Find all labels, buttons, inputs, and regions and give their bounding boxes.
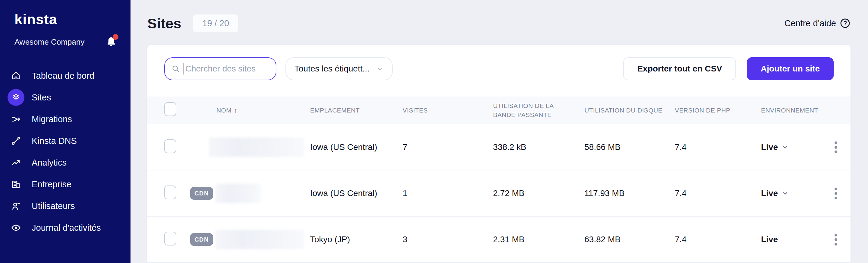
- cdn-badge: CDN: [190, 187, 213, 200]
- row-checkbox[interactable]: [164, 185, 176, 199]
- column-header-nom[interactable]: NOM↑: [184, 106, 304, 115]
- kebab-menu-icon[interactable]: [832, 139, 840, 156]
- sidebar-item-sites[interactable]: Sites: [0, 87, 130, 108]
- sidebar-item-kinsta-dns[interactable]: Kinsta DNS: [0, 130, 130, 152]
- kinsta-logo: Kinsta: [14, 11, 116, 27]
- sidebar-item-label: Analytics: [32, 158, 67, 168]
- page-title: Sites: [147, 15, 181, 32]
- chevron-down-icon: [376, 65, 384, 73]
- row-checkbox[interactable]: [164, 232, 176, 245]
- tags-filter-dropdown[interactable]: Toutes les étiquett...: [285, 57, 393, 80]
- location-cell: Iowa (US Central): [304, 142, 397, 152]
- company-name: Awesome Company: [14, 37, 84, 47]
- sidebar-item-label: Sites: [32, 93, 51, 103]
- sidebar-item-label: Tableau de bord: [32, 71, 94, 81]
- kebab-menu-icon[interactable]: [832, 185, 840, 202]
- search-icon: [172, 64, 180, 73]
- search-sites-box[interactable]: [164, 57, 276, 80]
- php-version-cell: 7.4: [669, 235, 755, 244]
- brand: Kinsta: [0, 0, 130, 27]
- sidebar-item-migrations[interactable]: Migrations: [0, 108, 130, 130]
- disk-cell: 58.66 MB: [578, 142, 669, 152]
- analytics-icon: [7, 154, 24, 171]
- table-row: Iowa (US Central) 7 338.2 kB 58.66 MB 7.…: [147, 124, 850, 170]
- main-content: Sites 19 / 20 Centre d'aide Toutes les é…: [130, 0, 868, 263]
- sites-card: Toutes les étiquett... Exporter tout en …: [147, 45, 850, 263]
- bandwidth-cell: 2.31 MB: [487, 235, 578, 244]
- location-cell: Tokyo (JP): [304, 235, 397, 244]
- sites-icon: [7, 89, 24, 106]
- disk-cell: 117.93 MB: [578, 188, 669, 198]
- export-csv-button[interactable]: Exporter tout en CSV: [623, 57, 736, 80]
- notification-dot: [113, 34, 119, 40]
- company-icon: [7, 176, 24, 193]
- site-name-cell: CDN: [184, 184, 304, 203]
- sidebar: Kinsta Awesome Company Tableau de bordSi…: [0, 0, 130, 263]
- column-header-environnement[interactable]: ENVIRONNEMENT: [755, 106, 821, 115]
- sidebar-nav: Tableau de bordSitesMigrationsKinsta DNS…: [0, 65, 130, 239]
- sidebar-item-label: Migrations: [32, 114, 72, 124]
- users-icon: [7, 198, 24, 214]
- kebab-menu-icon[interactable]: [832, 231, 840, 248]
- sidebar-item-journal-d-activit-s[interactable]: Journal d'activités: [0, 217, 130, 239]
- column-header-disque[interactable]: UTILISATION DU DISQUE: [578, 106, 669, 115]
- migrations-icon: [7, 111, 24, 127]
- site-name-redacted[interactable]: [216, 184, 261, 203]
- chevron-down-icon: [781, 190, 789, 197]
- home-icon: [7, 67, 24, 84]
- visits-cell: 1: [397, 188, 487, 198]
- sidebar-item-utilisateurs[interactable]: Utilisateurs: [0, 195, 130, 217]
- site-name-redacted[interactable]: [209, 138, 304, 157]
- table-row: CDN Tokyo (JP) 3 2.31 MB 63.82 MB 7.4 Li…: [147, 216, 850, 263]
- site-name-cell: CDN: [184, 230, 304, 249]
- notifications-bell-icon[interactable]: [105, 36, 117, 48]
- cdn-badge: CDN: [190, 233, 213, 246]
- environment-dropdown[interactable]: Live: [755, 235, 821, 244]
- php-version-cell: 7.4: [669, 142, 755, 152]
- sidebar-item-analytics[interactable]: Analytics: [0, 152, 130, 173]
- sort-asc-icon: ↑: [234, 107, 237, 114]
- table-body: Iowa (US Central) 7 338.2 kB 58.66 MB 7.…: [147, 124, 850, 263]
- disk-cell: 63.82 MB: [578, 235, 669, 244]
- sidebar-item-label: Utilisateurs: [32, 201, 75, 211]
- table-header: NOM↑ EMPLACEMENT VISITES UTILISATION DE …: [147, 96, 850, 124]
- dns-icon: [7, 133, 24, 149]
- sites-count-badge: 19 / 20: [193, 14, 238, 32]
- sidebar-item-label: Journal d'activités: [32, 223, 101, 233]
- visits-cell: 7: [397, 142, 487, 152]
- add-site-button[interactable]: Ajouter un site: [747, 57, 834, 80]
- visits-cell: 3: [397, 235, 487, 244]
- php-version-cell: 7.4: [669, 188, 755, 198]
- sidebar-item-label: Entreprise: [32, 179, 71, 189]
- help-center-link[interactable]: Centre d'aide: [784, 18, 850, 29]
- sidebar-item-entreprise[interactable]: Entreprise: [0, 173, 130, 195]
- bandwidth-cell: 2.72 MB: [487, 188, 578, 198]
- row-checkbox[interactable]: [164, 139, 176, 153]
- bandwidth-cell: 338.2 kB: [487, 142, 578, 152]
- search-input[interactable]: [185, 64, 269, 74]
- environment-dropdown[interactable]: Live: [755, 142, 821, 152]
- column-header-emplacement[interactable]: EMPLACEMENT: [304, 106, 397, 115]
- table-row: CDN Iowa (US Central) 1 2.72 MB 117.93 M…: [147, 170, 850, 216]
- question-mark-icon: [840, 18, 850, 29]
- location-cell: Iowa (US Central): [304, 188, 397, 198]
- environment-dropdown[interactable]: Live: [755, 188, 821, 198]
- sidebar-item-tableau-de-bord[interactable]: Tableau de bord: [0, 65, 130, 87]
- select-all-checkbox[interactable]: [164, 102, 176, 116]
- sidebar-item-label: Kinsta DNS: [32, 136, 77, 146]
- text-cursor: [184, 63, 184, 75]
- column-header-bande-passante[interactable]: UTILISATION DE LA BANDE PASSANTE: [487, 101, 578, 120]
- column-header-visites[interactable]: VISITES: [397, 106, 487, 115]
- site-name-redacted[interactable]: [216, 230, 304, 249]
- chevron-down-icon: [781, 144, 789, 151]
- site-name-cell: [184, 138, 304, 157]
- activity-icon: [7, 219, 24, 236]
- column-header-php[interactable]: VERSION DE PHP: [669, 106, 755, 115]
